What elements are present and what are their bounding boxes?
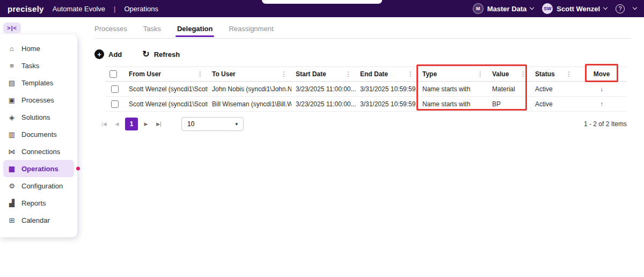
processes-icon: ▣ [8, 96, 16, 104]
column-menu-icon[interactable]: ⋮ [477, 70, 484, 78]
sidebar-item-label: Processes [21, 96, 54, 104]
chevron-down-icon [530, 5, 534, 10]
start-date-cell: 3/23/2025 11:00:00... [291, 97, 356, 111]
add-button-label: Add [108, 50, 122, 59]
row-select-cell [105, 82, 125, 96]
sidebar-item-home[interactable]: ⌂ Home [3, 40, 74, 57]
refresh-button[interactable]: ↻ Refresh [142, 50, 180, 59]
sidebar-item-label: Solutions [21, 113, 50, 121]
sidebar-item-tasks[interactable]: ≡ Tasks [3, 57, 74, 74]
topbar-section: Operations [124, 5, 158, 13]
end-date-cell: 3/31/2025 10:59:59... [356, 97, 418, 111]
status-cell: Active [531, 97, 576, 111]
column-header-value[interactable]: Value ⋮ [488, 67, 531, 81]
avatar: SW [542, 3, 553, 14]
select-all-checkbox[interactable] [109, 70, 117, 78]
next-page-button[interactable]: ▶ [140, 118, 152, 130]
from-user-cell: Scott Wenzel (syncdi1\Scott... [125, 97, 208, 111]
operations-icon: ▦ [8, 165, 16, 173]
column-header-label: Start Date [296, 70, 326, 78]
home-icon: ⌂ [8, 45, 16, 53]
page-size-select[interactable]: 10 ▾ [181, 117, 244, 131]
select-all-cell [105, 67, 125, 81]
row-select-cell [105, 97, 125, 111]
column-header-to-user[interactable]: To User ⋮ [208, 67, 291, 81]
sidebar-collapse-toggle[interactable]: >|< [3, 23, 21, 33]
master-data-menu[interactable]: M Master Data [473, 3, 534, 14]
tab-delegation[interactable]: Delegation [177, 25, 213, 37]
move-up-icon[interactable]: ↑ [581, 100, 623, 108]
calendar-icon: ⊞ [8, 216, 16, 224]
sidebar-item-templates[interactable]: ▤ Templates [3, 74, 74, 91]
type-cell: Name starts with [418, 82, 488, 96]
tab-processes[interactable]: Processes [94, 25, 127, 37]
status-cell: Active [531, 82, 576, 96]
column-header-label: To User [212, 70, 236, 78]
row-checkbox[interactable] [111, 100, 119, 108]
documents-icon: ▥ [8, 130, 16, 138]
notification-dot [76, 167, 80, 171]
column-header-label: End Date [360, 70, 388, 78]
table-body: Scott Wenzel (syncdi1\Scott... John Nobi… [105, 82, 627, 112]
column-menu-icon[interactable]: ⋮ [407, 70, 414, 78]
chevron-down-icon[interactable] [633, 5, 637, 10]
sidebar-item-processes[interactable]: ▣ Processes [3, 91, 74, 108]
refresh-button-label: Refresh [154, 50, 180, 59]
column-header-label: Status [535, 70, 555, 78]
column-header-status[interactable]: Status ⋮ [531, 67, 576, 81]
first-page-button[interactable]: |◀ [98, 118, 111, 130]
window-notch [262, 0, 382, 4]
column-header-label: Type [422, 70, 437, 78]
previous-page-button[interactable]: ◀ [111, 118, 123, 130]
app-window: precisely Automate Evolve | Operations M… [0, 0, 644, 277]
user-name: Scott Wenzel [557, 5, 600, 13]
to-user-cell: John Nobis (syncdi1\John.N... [208, 82, 291, 96]
sidebar-item-reports[interactable]: ▟ Reports [3, 194, 74, 212]
sidebar-item-connections[interactable]: ⋈ Connections [3, 143, 74, 160]
move-down-icon[interactable]: ↓ [581, 85, 623, 93]
column-header-end-date[interactable]: End Date ⋮ [356, 67, 418, 81]
sidebar-item-label: Operations [21, 165, 58, 173]
column-header-start-date[interactable]: Start Date ⋮ [291, 67, 356, 81]
end-date-cell: 3/31/2025 10:59:59... [356, 82, 418, 96]
sidebar-item-operations[interactable]: ▦ Operations [3, 160, 74, 177]
chevron-down-icon: ▾ [235, 121, 238, 127]
sidebar-item-calendar[interactable]: ⊞ Calendar [3, 212, 74, 229]
sidebar: ⌂ Home ≡ Tasks ▤ Templates ▣ Processes ◈… [0, 34, 77, 237]
add-icon: + [94, 49, 104, 59]
sidebar-item-configuration[interactable]: ⚙ Configuration [3, 177, 74, 194]
user-menu[interactable]: SW Scott Wenzel [542, 3, 607, 14]
start-date-cell: 3/23/2025 11:00:00... [291, 82, 356, 96]
topbar-right: M Master Data SW Scott Wenzel ? [473, 3, 636, 14]
type-cell: Name starts with [418, 97, 488, 111]
tab-tasks[interactable]: Tasks [143, 25, 161, 37]
precisely-logo: precisely [8, 4, 44, 13]
main-content: Processes Tasks Delegation Reassignment … [90, 17, 644, 277]
column-header-move[interactable]: Move [576, 67, 627, 81]
row-checkbox[interactable] [111, 85, 119, 93]
table-row: Scott Wenzel (syncdi1\Scott... John Nobi… [105, 82, 627, 97]
column-header-type[interactable]: Type ⋮ [418, 67, 488, 81]
column-menu-icon[interactable]: ⋮ [520, 70, 526, 78]
pagination-bar: |◀ ◀ 1 ▶ ▶| 10 ▾ 1 - 2 of 2 Items [98, 117, 627, 131]
solutions-icon: ◈ [8, 113, 16, 121]
add-button[interactable]: + Add [94, 49, 122, 59]
tab-reassignment[interactable]: Reassignment [229, 25, 273, 37]
column-menu-icon[interactable]: ⋮ [281, 70, 287, 78]
column-menu-icon[interactable]: ⋮ [197, 70, 203, 78]
topbar-separator: | [114, 5, 115, 13]
master-data-label: Master Data [487, 5, 527, 13]
sidebar-item-documents[interactable]: ▥ Documents [3, 126, 74, 143]
last-page-button[interactable]: ▶| [152, 118, 165, 130]
column-menu-icon[interactable]: ⋮ [345, 70, 352, 78]
column-header-label: From User [129, 70, 161, 78]
help-icon[interactable]: ? [616, 4, 625, 13]
column-header-from-user[interactable]: From User ⋮ [125, 67, 208, 81]
items-summary: 1 - 2 of 2 Items [584, 120, 627, 128]
value-cell: Material [488, 82, 531, 96]
column-menu-icon[interactable]: ⋮ [566, 70, 572, 78]
sidebar-item-solutions[interactable]: ◈ Solutions [3, 108, 74, 126]
master-data-icon: M [473, 3, 484, 14]
tasks-icon: ≡ [8, 62, 16, 70]
current-page-button[interactable]: 1 [125, 118, 138, 130]
